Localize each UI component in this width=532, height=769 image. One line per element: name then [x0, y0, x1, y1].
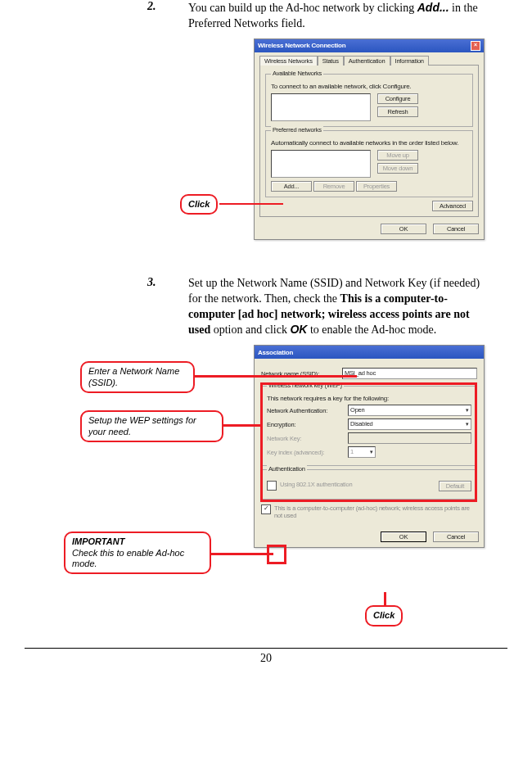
callout-ssid: Enter a Network Name (SSID).: [80, 361, 195, 392]
network-auth-select[interactable]: Open: [348, 405, 471, 416]
dialog1-title: Wireless Network Connection: [258, 42, 345, 49]
callout-ssid-text: Enter a Network Name (SSID).: [88, 366, 179, 387]
step-2-number: 2.: [147, 0, 188, 32]
connector-click-1: [219, 203, 283, 206]
close-icon[interactable]: ×: [471, 41, 480, 51]
dialog2-ok-button[interactable]: OK: [381, 532, 426, 542]
add-button[interactable]: Add...: [271, 181, 312, 192]
refresh-button[interactable]: Refresh: [377, 106, 418, 117]
move-up-button[interactable]: Move up: [377, 150, 418, 161]
encryption-label: Encryption:: [267, 421, 345, 428]
add-inline-label: Add...: [417, 1, 449, 14]
network-key-label: Network Key:: [267, 435, 345, 442]
key-index-label: Key index (advanced):: [267, 449, 345, 456]
step-3-text: Set up the Network Name (SSID) and Netwo…: [188, 276, 507, 339]
dialog1-ok-button[interactable]: OK: [381, 224, 426, 234]
available-networks-text: To connect to an available network, clic…: [271, 83, 467, 90]
preferred-networks-list[interactable]: [271, 150, 371, 178]
auth-legend: Authentication: [267, 465, 307, 473]
adhoc-label: This is a computer-to-computer (ad-hoc) …: [274, 504, 477, 519]
network-key-input: [348, 432, 471, 444]
tab-information[interactable]: Information: [390, 56, 429, 66]
dialog2-cancel-button[interactable]: Cancel: [433, 532, 479, 542]
available-networks-list[interactable]: [271, 93, 371, 121]
step-2-text: You can build up the Ad-hoc network by c…: [188, 0, 507, 32]
callout-click-2-text: Click: [373, 610, 394, 620]
8021x-checkbox[interactable]: [267, 481, 277, 491]
callout-wep: Setup the WEP settings for your need.: [80, 410, 223, 441]
step3-text-c: to enable the Ad-hoc mode.: [307, 323, 436, 336]
adhoc-checkbox[interactable]: ✓: [261, 504, 271, 514]
step3-text-b: option and click: [210, 323, 290, 336]
8021x-default-button: Default: [439, 481, 471, 491]
wireless-connection-dialog: Wireless Network Connection × Wireless N…: [254, 38, 485, 240]
callout-wep-text: Setup the WEP settings for your need.: [88, 415, 196, 436]
wep-legend: Wireless network key (WEP): [267, 382, 344, 389]
move-down-button[interactable]: Move down: [377, 163, 418, 174]
preferred-networks-legend: Preferred networks: [271, 126, 323, 133]
connector-click-2: [384, 592, 386, 605]
tab-authentication[interactable]: Authentication: [344, 56, 390, 66]
connector-ssid: [185, 375, 357, 378]
callout-important-text: Check this to enable Ad-hoc mode.: [72, 548, 203, 569]
page-number: 20: [0, 652, 532, 672]
preferred-networks-text: Automatically connect to available netwo…: [271, 139, 467, 147]
key-index-select: 1: [348, 446, 376, 458]
step-3-number: 3.: [147, 276, 188, 339]
tab-wireless-networks[interactable]: Wireless Networks: [259, 56, 318, 66]
ok-inline-label: OK: [290, 323, 307, 336]
configure-button[interactable]: Configure: [377, 93, 418, 104]
connector-important: [201, 553, 273, 555]
dialog1-cancel-button[interactable]: Cancel: [433, 224, 479, 234]
network-name-input[interactable]: MSI_ad hoc: [342, 368, 477, 379]
available-networks-legend: Available Networks: [271, 70, 323, 77]
network-auth-label: Network Authentication:: [267, 407, 345, 414]
advanced-button[interactable]: Advanced: [432, 201, 473, 211]
properties-button[interactable]: Properties: [356, 181, 397, 192]
dialog2-title: Association: [258, 349, 293, 356]
step2-text-a: You can build up the Ad-hoc network by c…: [188, 2, 417, 14]
remove-button[interactable]: Remove: [313, 181, 354, 192]
8021x-label: Using 802.1X authentication: [280, 481, 352, 488]
footer-rule: [25, 648, 507, 649]
callout-important-title: IMPORTANT: [72, 536, 203, 547]
callout-click-1-text: Click: [188, 199, 210, 209]
encryption-select[interactable]: Disabled: [348, 418, 471, 430]
callout-click-1: Click: [180, 194, 218, 215]
tab-status[interactable]: Status: [318, 56, 344, 66]
callout-click-2: Click: [365, 605, 403, 626]
wep-text: This network requires a key for the foll…: [267, 395, 471, 402]
callout-important: IMPORTANT Check this to enable Ad-hoc mo…: [64, 532, 211, 574]
